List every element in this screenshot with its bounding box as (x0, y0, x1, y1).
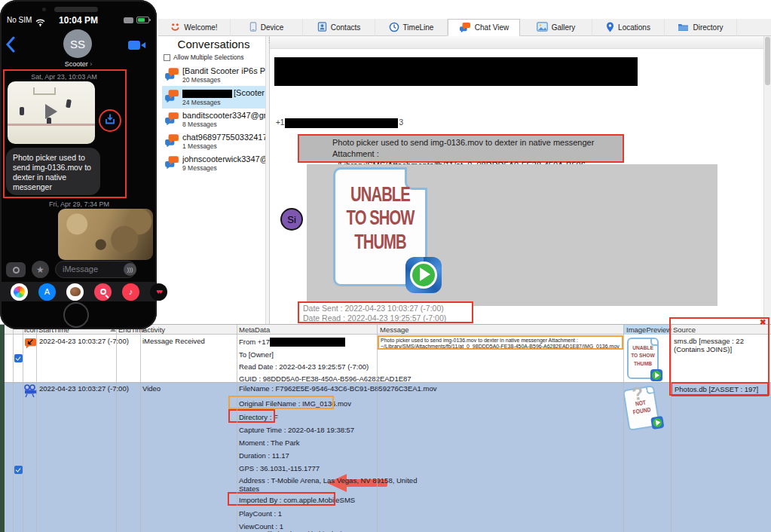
meta-from: From +17 (239, 338, 345, 347)
conversation-item[interactable]: banditscooter3347@gmail 8 Messages (162, 109, 265, 130)
chat-scrollbar[interactable] (763, 35, 771, 324)
conversation-count: 9 Messages (182, 164, 265, 172)
locations-pin-icon (606, 22, 614, 34)
message-line2: ~/Library/SMS/Attachments/fb/11/at_0_98D… (381, 344, 620, 350)
meta-capture-time: Capture Time : 2022-04-18 19:38:57 (239, 426, 354, 434)
annotation-box-dates: Date Sent : 2022-04-23 10:03:27 (-7:00) … (298, 301, 473, 323)
conversation-count: 20 Messages (182, 76, 265, 84)
message-line1: Photo picker used to send img-0136.mov t… (381, 338, 620, 344)
unable-to-show-thumb-icon: UNABLE TO SHOW THUMB (333, 167, 427, 286)
date-read: Date Read : 2022-04-23 19:25:57 (-7:00) (303, 313, 468, 323)
row-checkbox[interactable] (14, 354, 23, 362)
col-metadata[interactable]: MetaData (239, 326, 270, 334)
photos-app-icon (11, 283, 28, 301)
cell-activity: iMessage Received (142, 337, 205, 345)
conversation-name: [Scooter S (182, 88, 265, 98)
sent-map-image (58, 209, 153, 260)
meta-filename: FileName : F7962E5E-9546-43C6-BC91-B8592… (239, 384, 436, 393)
memoji-app-icon (66, 283, 84, 301)
conversation-name: johnscooterwick3347@gm (182, 154, 265, 164)
conversations-panel: Conversations Allow Multiple Selections … (162, 35, 265, 324)
directory-folder-icon (678, 23, 689, 33)
chat-bubbles-icon (164, 89, 179, 102)
annotation-box-directory (228, 409, 275, 423)
conversation-item[interactable]: chat968977550332417014 1 Messages (162, 130, 265, 152)
speaker-notch (54, 7, 98, 12)
chat-bubbles-icon (164, 133, 179, 147)
app-window: { "accent": {"annotation_red": "#e8382c"… (0, 0, 771, 532)
appstore-app-icon: A (38, 283, 56, 301)
multi-select-label: Allow Multiple Selections (173, 54, 244, 61)
chevron-right-icon: › (88, 60, 93, 68)
conversation-count: 24 Messages (182, 99, 265, 106)
green-play-badge-icon (650, 369, 662, 381)
music-app-icon: ♪ (122, 283, 139, 301)
meta-viewcount: ViewCount : 1 (239, 522, 283, 530)
conversation-count: 1 Messages (182, 142, 265, 150)
redaction-block (270, 338, 345, 347)
meta-duration: Duration : 11.17 (239, 451, 289, 460)
audio-message-icon: ))) (124, 263, 136, 276)
conversation-item[interactable]: johnscooterwick3347@gm 9 Messages (162, 152, 265, 174)
table-row-video-selected[interactable]: 2022-04-23 10:03:27 (-7:00) Video FileNa… (5, 383, 771, 532)
annotation-box-phone-message (3, 69, 127, 198)
table-row-imessage[interactable]: 2022-04-23 10:03:27 (-7:00) iMessage Rec… (5, 335, 771, 383)
avatar: SS (63, 29, 92, 58)
appstore-drawer-icon: ★ (32, 261, 49, 278)
meta-address-line1: Address : T-Mobile Arena, Las Vegas, NV … (239, 476, 417, 485)
chat-message-line1: Photo picker used to send img-0136.mov t… (332, 137, 618, 160)
green-play-badge-icon (405, 257, 442, 293)
tab-device[interactable]: Device (231, 19, 303, 36)
tab-contacts[interactable]: Contacts (303, 19, 375, 36)
meta-playcount: PlayCount : 1 (239, 509, 282, 518)
annotation-box-source-column (669, 317, 769, 396)
meta-gps: GPS : 36.1031,-115.1777 (239, 464, 320, 472)
app-shelf: A ♪ ♥♥ (0, 282, 157, 301)
tab-locations[interactable]: Locations (592, 19, 665, 36)
meta-read-date: Read Date : 2022-04-23 19:25:57 (-7:00) (239, 362, 369, 371)
attachment-preview-panel: UNABLE TO SHOW THUMB (307, 164, 717, 306)
device-phone-icon (249, 22, 257, 33)
home-indicator (63, 302, 89, 328)
conversation-item[interactable]: [Bandit Scooter iP6s Plus 20 Messages (162, 64, 265, 86)
annotation-close-x-icon: ✖ (760, 318, 766, 326)
col-message[interactable]: Message (380, 326, 409, 334)
redaction-block-header (274, 57, 638, 86)
tab-chat-view[interactable]: Chat View (448, 19, 520, 36)
tab-gallery[interactable]: Gallery (520, 19, 592, 36)
conversation-count: 8 Messages (182, 121, 265, 128)
meta-moment: Moment : The Park (239, 439, 300, 447)
main-tab-bar: Welcome! Device Contacts TimeLine Chat V… (158, 19, 771, 36)
meta-guid: GUID : 98DDD5A0-FE38-450A-B596-A6282EAD1… (239, 375, 412, 383)
contacts-card-icon (317, 22, 327, 33)
tab-timeline[interactable]: TimeLine (375, 19, 448, 36)
meta-to: To [Owner] (239, 350, 274, 359)
camera-icon (6, 262, 26, 277)
chat-bubbles-icon (164, 67, 179, 81)
conversation-name: [Bandit Scooter iP6s Plus (182, 66, 265, 75)
col-imagepreview[interactable]: ImagePreview (626, 326, 672, 334)
phone-timestamp-2: Fri, Apr 29, 7:34 PM (23, 200, 136, 208)
contact-name: Scooter › (0, 60, 157, 68)
front-camera-dot (42, 8, 46, 11)
screen-mirroring-icon (124, 17, 133, 23)
battery-icon (136, 17, 149, 23)
video-camera-icon (23, 384, 38, 401)
redaction-block (285, 118, 398, 128)
sender-avatar: Si (280, 208, 303, 231)
evidence-table: Icon StartTime EndTime Activity MetaData… (0, 324, 771, 532)
date-sent: Date Sent : 2022-04-23 10:03:27 (-7:00) (303, 304, 468, 313)
multi-select-checkbox[interactable] (164, 54, 170, 61)
conversation-item-selected[interactable]: [Scooter S 24 Messages (162, 86, 265, 109)
back-chevron-icon (5, 36, 15, 56)
gallery-picture-icon (537, 22, 548, 33)
timeline-clock-icon (389, 22, 399, 34)
incoming-message-bubble-icon (24, 338, 37, 352)
iphone-screenshot: No SIM 10:04 PM SS Scooter › Sat, Apr 23… (0, 0, 157, 329)
scrollbar-thumb[interactable] (765, 37, 770, 85)
row-checkbox[interactable] (14, 466, 23, 474)
tab-welcome[interactable]: Welcome! (158, 19, 231, 36)
tab-directory[interactable]: Directory (665, 19, 737, 36)
annotation-box-imported-by (228, 492, 335, 506)
conversation-name: chat968977550332417014 (182, 133, 265, 142)
